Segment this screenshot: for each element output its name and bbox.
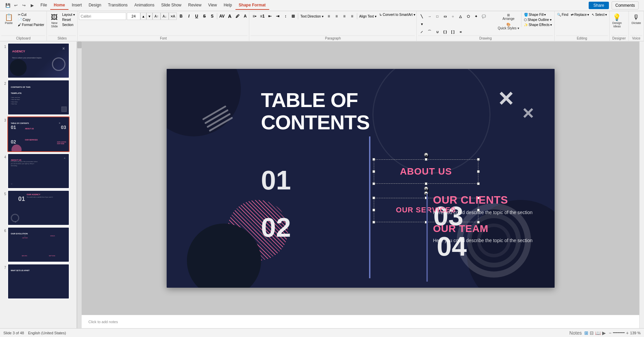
select-button[interactable]: ↖ Select ▾ <box>591 12 608 17</box>
svc-handle-bl[interactable] <box>372 221 375 224</box>
present-button[interactable]: ▶ <box>28 2 36 9</box>
font-color-button[interactable]: A <box>226 12 233 20</box>
section-button[interactable]: Section <box>61 23 76 27</box>
normal-view-button[interactable]: ⊞ <box>584 330 588 336</box>
layout-button[interactable]: Layout ▾ <box>61 12 76 17</box>
tab-design[interactable]: Design <box>85 1 105 10</box>
cut-button[interactable]: ✂ Cut <box>17 12 45 17</box>
clear-format-button[interactable]: ✕A <box>169 12 177 20</box>
slide-thumb-7[interactable]: WHAT SETS US APART <box>7 264 69 299</box>
dictate-button[interactable]: 🎙 Dictate <box>630 12 642 25</box>
slide-thumb-3[interactable]: TABLE OF CONTENTS 01 02 ABOUT US OUR SER… <box>7 116 69 152</box>
save-button[interactable]: 💾 <box>4 2 11 9</box>
star-tool[interactable]: ✦ <box>472 12 480 20</box>
tab-file[interactable]: File <box>37 1 50 10</box>
rect-tool[interactable]: □ <box>433 12 441 20</box>
design-ideas-button[interactable]: 💡 DesignIdeas <box>611 12 623 29</box>
svc-handle-tl[interactable] <box>372 197 375 199</box>
tab-view[interactable]: View <box>205 1 220 10</box>
shape2-2[interactable]: ⌒ <box>426 28 433 35</box>
columns-button[interactable]: ⊞ <box>289 12 297 20</box>
tab-home[interactable]: Home <box>50 1 68 10</box>
shape-fill-button[interactable]: 🪣 Shape Fill ▾ <box>523 12 553 17</box>
comments-button[interactable]: Comments <box>612 1 639 9</box>
scrollbar-thumb[interactable] <box>77 42 82 48</box>
font-shrink-button[interactable]: A↓ <box>161 12 169 20</box>
slide-panel-scrollbar[interactable] <box>77 42 82 328</box>
convert-to-smartart-button[interactable]: ↳ Convert to SmartArt ▾ <box>378 12 416 17</box>
handle-ml[interactable] <box>372 170 375 173</box>
share-button[interactable]: Share <box>589 2 609 9</box>
handle-tl[interactable] <box>372 158 375 161</box>
bold-button[interactable]: B <box>177 12 185 20</box>
quick-styles-button[interactable]: 🎨 Quick Styles ▾ <box>497 22 521 31</box>
underline-button[interactable]: U <box>193 12 200 20</box>
shape-effects-button[interactable]: ✨ Shape Effects ▾ <box>523 23 553 27</box>
align-center-button[interactable]: ≡ <box>333 12 340 20</box>
decrease-indent-button[interactable]: ⇤ <box>266 12 274 20</box>
tab-review[interactable]: Review <box>185 1 205 10</box>
handle-bm[interactable] <box>425 182 427 185</box>
font-grow-button[interactable]: A↑ <box>152 12 161 20</box>
handle-bl[interactable] <box>372 182 375 185</box>
increase-indent-button[interactable]: ⇥ <box>274 12 281 20</box>
handle-mr[interactable] <box>477 170 480 173</box>
callout-tool[interactable]: 💬 <box>480 12 487 20</box>
shape-outline-button[interactable]: ⬡ Shape Outline ▾ <box>523 18 553 22</box>
slide-thumb-2[interactable]: CONTENTS OF THISTEMPLATE • Item one here… <box>7 80 69 115</box>
font-name-input[interactable] <box>79 12 126 20</box>
undo-button[interactable]: ↩ <box>12 2 20 9</box>
line-spacing-button[interactable]: ↕ <box>282 12 289 20</box>
shadow-button[interactable]: S <box>208 12 216 20</box>
arrange-button[interactable]: ⊞ Arrange <box>497 12 521 21</box>
handle-tm[interactable] <box>425 158 427 161</box>
slideshow-button[interactable]: ▶ <box>602 330 606 336</box>
align-text-button[interactable]: Align Text ▾ <box>358 14 377 19</box>
replace-button[interactable]: ⇄ Replace ▾ <box>570 12 590 17</box>
strikethrough-button[interactable]: S <box>201 12 208 20</box>
text-color-button[interactable]: A <box>242 12 249 20</box>
italic-button[interactable]: I <box>185 12 193 20</box>
slide-thumb-5[interactable]: 01 OUR AGENCY You could enter a subtitle… <box>7 190 69 226</box>
rotate-handle-bottom[interactable]: ↻ <box>424 186 428 190</box>
slide-canvas-area[interactable]: ✕ ✕ <box>82 42 639 315</box>
slide-thumb-6[interactable]: OUR EVOLUTION × JUPITER VENUS <box>7 227 69 262</box>
more-shapes-button[interactable]: ▾ <box>418 20 425 28</box>
line-tool[interactable]: ╲ <box>418 12 425 20</box>
circle-tool[interactable]: ○ <box>449 12 456 20</box>
about-us-container[interactable]: ↻ ↻ ABOUT US <box>374 159 478 184</box>
text-direction-button[interactable]: Text Direction ▾ <box>299 14 324 19</box>
tab-transitions[interactable]: Transitions <box>105 1 131 10</box>
slide-thumb-1[interactable]: AGENCY Here is where your presentation b… <box>7 43 69 78</box>
triangle-tool[interactable]: △ <box>457 12 464 20</box>
font-size-decrease-button[interactable]: ▼ <box>146 12 152 20</box>
zoom-in-button[interactable]: + <box>626 330 629 336</box>
pentagon-tool[interactable]: ⬠ <box>465 12 472 20</box>
tab-slideshow[interactable]: Slide Show <box>158 1 185 10</box>
notes-toggle-button[interactable]: Notes <box>569 330 582 336</box>
shape2-6[interactable]: ∝ <box>457 28 464 35</box>
numbered-list-button[interactable]: ≡1 <box>258 12 266 20</box>
shape2-5[interactable]: [ ] <box>449 28 456 35</box>
new-slide-button[interactable]: 🖼 NewSlide <box>48 12 60 29</box>
align-right-button[interactable]: ≡ <box>341 12 348 20</box>
shape2-3[interactable]: ∪ <box>433 28 441 35</box>
find-button[interactable]: 🔍 Find <box>556 12 569 17</box>
tab-insert[interactable]: Insert <box>68 1 85 10</box>
shape2-1[interactable]: ⟋ <box>418 28 425 35</box>
tab-help[interactable]: Help <box>220 1 235 10</box>
handle-br[interactable] <box>477 182 480 185</box>
slide-thumb-4[interactable]: ABOUT US It could be the part of the pre… <box>7 153 69 189</box>
notes-area[interactable]: Click to add notes <box>82 315 639 328</box>
justify-button[interactable]: ≡ <box>348 12 356 20</box>
bullets-button[interactable]: ≡• <box>251 12 258 20</box>
slide-panel[interactable]: 1 AGENCY Here is where your presentation… <box>0 42 77 328</box>
shape2-4[interactable]: { } <box>441 28 449 35</box>
handle-tr[interactable] <box>477 158 480 161</box>
slide-sorter-button[interactable]: ⊟ <box>590 330 594 336</box>
arrow-tool[interactable]: → <box>426 12 433 20</box>
reading-view-button[interactable]: 📖 <box>595 330 601 336</box>
font-size-increase-button[interactable]: ▲ <box>140 12 146 20</box>
highlight-button[interactable]: 🖊 <box>234 12 241 20</box>
rotate-handle-top[interactable]: ↻ <box>424 153 428 157</box>
